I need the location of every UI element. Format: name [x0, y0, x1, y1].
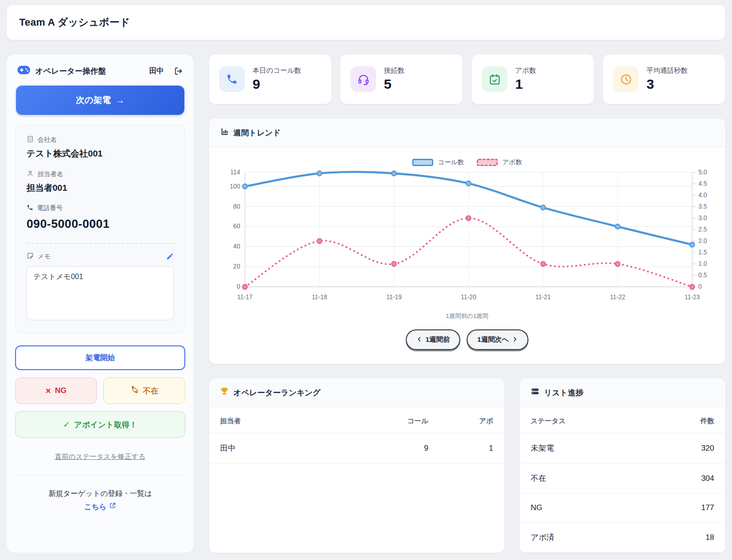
absent-button[interactable]: 不在 [103, 377, 185, 404]
weekly-trend-panel: 週間トレンド コール数 アポ数 02040608010011411-1711-1 [209, 118, 726, 364]
operator-name: 田中 [149, 66, 164, 76]
svg-text:11-18: 11-18 [312, 294, 327, 301]
chart-title: 週間トレンド [233, 128, 281, 138]
contact-value: 担当者001 [27, 182, 174, 194]
svg-text:5.0: 5.0 [698, 169, 707, 176]
page-title: Team A ダッシュボード [19, 16, 130, 29]
svg-text:3.0: 3.0 [698, 215, 707, 221]
kpi-label: アポ数 [515, 66, 536, 75]
status-count: 18 [647, 522, 725, 553]
ranking-col-appointments: アポ [439, 407, 504, 433]
memo-icon [27, 252, 34, 261]
table-row: 不在 304 [520, 463, 725, 494]
svg-text:0.5: 0.5 [698, 272, 707, 279]
phone-value: 090-5000-0001 [27, 217, 174, 231]
svg-text:20: 20 [233, 263, 240, 270]
progress-table: ステータス 件数 未架電 320 不在 304 [520, 407, 725, 553]
memo-label: メモ [38, 253, 51, 261]
kpi-card-calls: 本日のコール数 9 [209, 54, 332, 104]
status-count: 320 [647, 433, 725, 463]
sidebar-divider [15, 475, 185, 475]
svg-text:11-23: 11-23 [684, 294, 700, 301]
kpi-card-avg-seconds: 平均通話秒数 3 [603, 54, 726, 104]
phone-off-icon [130, 385, 139, 396]
register-text: 新規ターゲットの登録・一覧は [15, 487, 185, 501]
arrow-right-icon: → [115, 95, 124, 106]
ranking-col-operator: 担当者 [209, 407, 362, 433]
svg-text:0: 0 [237, 283, 240, 290]
next-week-button[interactable]: 1週間次へ [467, 329, 528, 350]
x-axis-title: 1週間前の1週間 [217, 312, 717, 320]
svg-text:114: 114 [230, 169, 240, 176]
kpi-card-appointments: アポ数 1 [471, 54, 594, 104]
fix-status-link[interactable]: 直前のステータスを修正する [15, 452, 185, 461]
register-link[interactable]: こちら [84, 501, 116, 514]
table-row: 未架電 320 [520, 433, 725, 463]
svg-text:3.5: 3.5 [698, 203, 707, 210]
gamepad-icon [17, 65, 31, 77]
trend-line-chart: 02040608010011411-1711-1811-1911-2011-21… [217, 167, 717, 312]
kpi-label: 接続数 [384, 66, 404, 75]
clock-icon [613, 66, 639, 92]
page-header: Team A ダッシュボード [6, 5, 726, 40]
svg-text:11-21: 11-21 [535, 294, 551, 301]
ranking-title: オペレーターランキング [233, 388, 321, 398]
calls-swatch [412, 159, 433, 166]
svg-text:11-17: 11-17 [237, 294, 253, 301]
check-icon: ✓ [63, 420, 70, 430]
table-row: NG 177 [520, 494, 725, 522]
ranking-operator: 田中 [209, 433, 362, 463]
building-icon [27, 135, 34, 144]
list-icon [531, 387, 539, 398]
operator-ranking-panel: オペレーターランキング 担当者 コール アポ [209, 378, 505, 553]
trophy-icon [220, 387, 229, 398]
svg-text:11-19: 11-19 [386, 294, 402, 301]
ng-button[interactable]: × NG [15, 377, 97, 404]
status-label: 不在 [520, 463, 647, 494]
kpi-value: 5 [384, 76, 404, 92]
phone-label: 電話番号 [37, 204, 63, 212]
dashed-divider [27, 243, 174, 244]
kpi-value: 9 [253, 76, 301, 92]
progress-col-count: 件数 [647, 407, 725, 433]
ranking-appointments: 1 [439, 433, 504, 463]
dashboard-page: Team A ダッシュボード オペレーター操作盤 田中 次の架電 → [0, 0, 732, 558]
kpi-value: 1 [515, 76, 536, 92]
svg-text:60: 60 [233, 223, 240, 230]
legend-appointments: アポ数 [477, 158, 522, 167]
status-count: 177 [647, 494, 725, 522]
appointment-button[interactable]: ✓ アポイント取得！ [15, 411, 185, 438]
prev-week-button[interactable]: 1週間前 [406, 329, 460, 350]
kpi-value: 3 [646, 76, 688, 92]
progress-col-status: ステータス [520, 407, 647, 433]
company-value: テスト株式会社001 [27, 148, 174, 160]
contact-label: 担当者名 [38, 170, 63, 178]
ranking-col-calls: コール [362, 407, 439, 433]
svg-text:2.0: 2.0 [698, 237, 707, 244]
svg-text:0: 0 [698, 283, 702, 290]
pencil-icon[interactable] [166, 253, 174, 260]
svg-text:11-22: 11-22 [610, 294, 625, 301]
chevron-right-icon [512, 336, 518, 344]
svg-text:11-20: 11-20 [461, 294, 476, 301]
ranking-table: 担当者 コール アポ 田中 9 1 [209, 407, 504, 463]
next-call-button[interactable]: 次の架電 → [16, 86, 184, 115]
status-label: NG [520, 494, 647, 522]
svg-text:1.0: 1.0 [698, 260, 707, 267]
chart-legend: コール数 アポ数 [217, 158, 717, 167]
legend-calls: コール数 [412, 158, 464, 167]
appointments-swatch [477, 159, 498, 166]
kpi-label: 平均通話秒数 [646, 66, 688, 75]
table-row: アポ済 18 [520, 522, 725, 553]
list-progress-panel: リスト進捗 ステータス 件数 未架電 [519, 378, 726, 553]
logout-icon[interactable] [174, 66, 183, 76]
progress-title: リスト進捗 [544, 388, 583, 398]
svg-text:40: 40 [233, 243, 240, 250]
memo-textarea[interactable]: テストメモ001 [27, 266, 174, 320]
status-label: 未架電 [520, 433, 647, 463]
kpi-label: 本日のコール数 [253, 66, 301, 75]
calendar-check-icon [482, 66, 507, 92]
start-call-button[interactable]: 架電開始 [15, 345, 185, 370]
company-label: 会社名 [38, 136, 57, 144]
user-icon [27, 170, 34, 178]
